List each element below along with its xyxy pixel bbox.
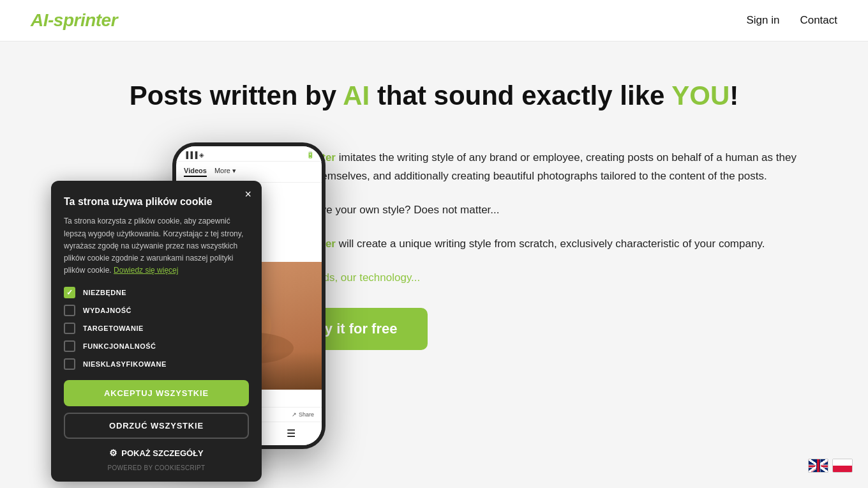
- cookie-description: Ta strona korzysta z plików cookie, aby …: [64, 215, 249, 277]
- headline-mid: that sound exactly like: [370, 80, 671, 111]
- option-label-niezbedne: NIEZBĘDNE: [83, 289, 126, 296]
- cookie-option-niesklasyfikowane: NIESKLASYFIKOWANE: [64, 358, 249, 370]
- cookie-banner: × Ta strona używa plików cookie Ta stron…: [51, 181, 262, 482]
- cookie-option-niezbedne: NIEZBĘDNE: [64, 287, 249, 298]
- logo: AI-sprinter: [31, 10, 117, 31]
- headline-you: YOU: [671, 80, 730, 111]
- cookie-option-targetowanie: TARGETOWANIE: [64, 323, 249, 334]
- checkbox-targetowanie[interactable]: [64, 323, 75, 334]
- headline-end: !: [730, 80, 738, 111]
- svg-rect-2: [809, 459, 828, 473]
- checkbox-funkcjonalnosc[interactable]: [64, 340, 75, 352]
- phone-container: × Ta strona używa plików cookie Ta stron…: [51, 142, 243, 449]
- option-label-wydajnosc: WYDAJNOŚĆ: [83, 307, 131, 314]
- flag-pl-red: [833, 466, 852, 472]
- right-content: Al-sprinter imitates the writing style o…: [281, 142, 817, 349]
- headline-ai: AI: [343, 80, 370, 111]
- phone-tab-more[interactable]: More ▾: [214, 167, 236, 177]
- accept-all-button[interactable]: AKCEPTUJ WSZYSTKIE: [64, 380, 249, 406]
- tagline: Your words, our technology...: [281, 269, 817, 287]
- details-label: POKAŻ SZCZEGÓŁY: [121, 448, 204, 458]
- paragraph-1: Al-sprinter imitates the writing style o…: [281, 149, 817, 186]
- signin-link[interactable]: Sign in: [746, 14, 779, 27]
- headline-start: Posts written by: [130, 80, 343, 111]
- show-details-button[interactable]: ⚙ POKAŻ SZCZEGÓŁY: [64, 448, 249, 458]
- paragraph-2: Don't have your own style? Does not matt…: [281, 201, 817, 220]
- menu-icon[interactable]: ☰: [287, 427, 296, 439]
- header-nav: Sign in Contact: [746, 14, 837, 27]
- uk-flag-svg: [809, 459, 828, 473]
- share-label: ↗ Share: [292, 411, 314, 418]
- cookie-close-button[interactable]: ×: [244, 188, 251, 200]
- checkbox-wydajnosc[interactable]: [64, 305, 75, 316]
- phone-battery: 🔋: [306, 151, 314, 158]
- option-label-niesklasyfikowane: NIESKLASYFIKOWANE: [83, 360, 167, 368]
- cookie-title: Ta strona używa plików cookie: [64, 196, 249, 208]
- content-area: × Ta strona używa plików cookie Ta stron…: [51, 142, 817, 449]
- cookie-option-wydajnosc: WYDAJNOŚĆ: [64, 305, 249, 316]
- phone-tab-videos[interactable]: Videos: [184, 167, 207, 177]
- phone-status-bar: ▐▐▐ ◈ 🔋: [176, 146, 322, 162]
- checkbox-niesklasyfikowane[interactable]: [64, 358, 75, 370]
- contact-link[interactable]: Contact: [800, 14, 837, 27]
- checkbox-niezbedne[interactable]: [64, 287, 75, 298]
- flag-pl[interactable]: [832, 459, 853, 473]
- para3-text: will create a unique writing style from …: [336, 238, 765, 250]
- phone-signal: ▐▐▐ ◈: [184, 151, 204, 158]
- flag-uk[interactable]: [808, 459, 828, 473]
- cookie-options: NIEZBĘDNE WYDAJNOŚĆ TARGETOWANIE FUNKCJO…: [64, 287, 249, 370]
- para1-text: imitates the writing style of any brand …: [281, 151, 797, 182]
- flag-pl-white: [833, 459, 852, 466]
- gear-icon: ⚙: [109, 448, 117, 458]
- paragraph-3: Al-sprinter will create a unique writing…: [281, 235, 817, 254]
- option-label-funkcjonalnosc: FUNKCJONALNOŚĆ: [83, 342, 156, 350]
- cookie-option-funkcjonalnosc: FUNKCJONALNOŚĆ: [64, 340, 249, 352]
- header: AI-sprinter Sign in Contact: [0, 0, 868, 42]
- reject-all-button[interactable]: ODRZUĆ WSZYSTKIE: [64, 413, 249, 439]
- option-label-targetowanie: TARGETOWANIE: [83, 324, 144, 332]
- powered-by: POWERED BY COOKIESCRIPT: [64, 464, 249, 471]
- headline: Posts written by AI that sound exactly l…: [51, 80, 817, 112]
- main-content: Posts written by AI that sound exactly l…: [0, 42, 868, 475]
- phone-nav-tabs: Videos More ▾: [176, 162, 322, 183]
- learn-more-link[interactable]: Dowiedz się więcej: [114, 266, 178, 275]
- language-selector: [808, 459, 853, 473]
